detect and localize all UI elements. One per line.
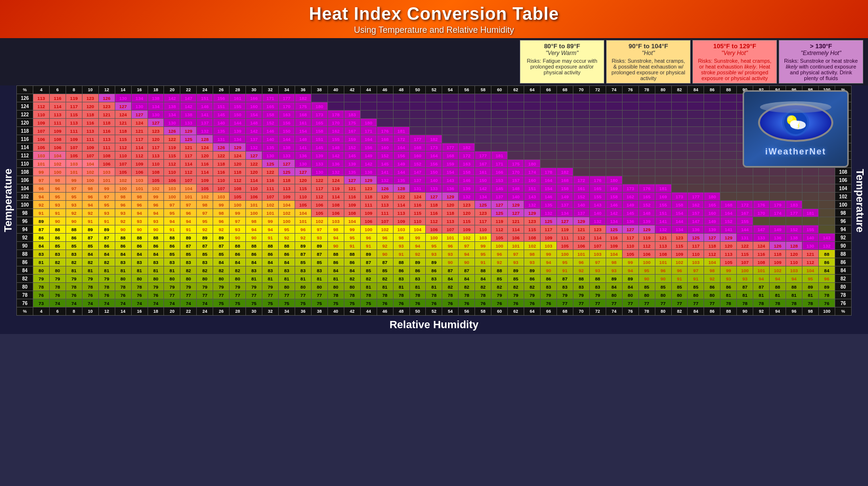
cell-118-50 [409, 127, 426, 135]
cell-120-24: 137 [197, 119, 213, 127]
cell-126-72 [589, 94, 606, 102]
cell-108-38: 130 [311, 168, 327, 176]
cell-118-52 [426, 127, 442, 135]
cell-116-12: 113 [98, 135, 115, 143]
cell-120-18: 127 [148, 119, 164, 127]
cell-92-100: 143 [818, 234, 835, 242]
temp-label-90: 90 [17, 242, 33, 250]
cell-102-86: 180 [704, 193, 720, 201]
cell-98-26: 98 [213, 209, 230, 217]
cell-108-12: 103 [98, 168, 115, 176]
cell-102-80: 169 [655, 193, 671, 201]
humidity-col-78: 78 [638, 86, 655, 94]
cell-98-80: 151 [655, 209, 671, 217]
cell-102-26: 103 [213, 193, 230, 201]
cell-118-78 [638, 127, 655, 135]
cell-92-44: 96 [360, 234, 377, 242]
cell-112-86 [704, 152, 720, 160]
humidity-col-footer-76: 76 [622, 307, 638, 316]
cell-92-50: 99 [409, 234, 426, 242]
cell-98-20: 95 [164, 209, 180, 217]
cell-76-4: 73 [33, 299, 49, 307]
cell-94-32: 94 [262, 225, 279, 234]
cell-118-22: 129 [180, 127, 197, 135]
humidity-col-footer-18: 18 [148, 307, 164, 316]
cell-120-72 [589, 119, 606, 127]
cell-76-78: 77 [638, 299, 655, 307]
cell-122-68 [556, 111, 573, 119]
cell-90-78: 112 [638, 242, 655, 250]
temp-label-110: 110 [17, 160, 33, 168]
cell-102-92 [753, 193, 770, 201]
cell-106-44: 129 [360, 176, 377, 184]
cell-84-76: 94 [622, 266, 638, 275]
cell-100-44: 111 [360, 201, 377, 209]
cell-122-72 [589, 111, 606, 119]
temp-label-right-92: 92 [835, 234, 851, 242]
cell-106-96 [786, 176, 802, 184]
cell-94-74: 125 [606, 225, 622, 234]
cell-110-46: 145 [377, 160, 393, 168]
humidity-col-4: 4 [33, 86, 49, 94]
cell-96-8: 90 [66, 217, 82, 225]
cell-76-24: 74 [197, 299, 213, 307]
cell-126-48 [393, 94, 409, 102]
cell-102-16: 98 [131, 193, 148, 201]
cell-90-38: 89 [311, 242, 327, 250]
humidity-col-28: 28 [230, 86, 246, 94]
cell-122-52 [426, 111, 442, 119]
humidity-col-70: 70 [573, 86, 589, 94]
cell-102-20: 100 [164, 193, 180, 201]
cell-100-6: 93 [49, 201, 66, 209]
cell-120-64 [524, 119, 541, 127]
humidity-col-46: 46 [377, 86, 393, 94]
humidity-col-86: 86 [704, 86, 720, 94]
cell-122-54 [442, 111, 459, 119]
cell-88-78: 106 [638, 250, 655, 258]
cell-86-48: 88 [393, 258, 409, 266]
cell-82-6: 79 [49, 275, 66, 283]
cell-98-46: 111 [377, 209, 393, 217]
cell-102-62: 140 [508, 193, 524, 201]
cell-124-6: 114 [49, 102, 66, 111]
cell-110-42: 139 [344, 160, 360, 168]
cell-92-78: 119 [638, 234, 655, 242]
cell-116-64 [524, 135, 541, 143]
cell-112-56: 172 [459, 152, 475, 160]
cell-82-4: 79 [33, 275, 49, 283]
cell-92-32: 91 [262, 234, 279, 242]
cell-78-58: 78 [475, 291, 491, 299]
cell-102-84: 177 [688, 193, 704, 201]
cell-98-14: 93 [115, 209, 131, 217]
cell-76-40: 75 [327, 299, 344, 307]
cell-78-16: 76 [131, 291, 148, 299]
logo-eye [757, 101, 834, 144]
temp-label-102: 102 [17, 193, 33, 201]
cell-100-62: 129 [508, 201, 524, 209]
temp-label-78: 78 [17, 291, 33, 299]
cell-124-72 [589, 102, 606, 111]
cell-126-4: 113 [33, 94, 49, 102]
cell-86-78: 100 [638, 258, 655, 266]
cell-104-98 [802, 184, 819, 193]
cell-92-22: 89 [180, 234, 197, 242]
humidity-col-60: 60 [491, 86, 508, 94]
cell-76-10: 74 [82, 299, 98, 307]
cell-84-88: 99 [720, 266, 737, 275]
cell-82-60: 85 [491, 275, 508, 283]
humidity-col-76: 76 [622, 86, 638, 94]
cell-86-18: 83 [148, 258, 164, 266]
cell-104-58: 142 [475, 184, 491, 193]
cell-102-36: 110 [295, 193, 311, 201]
cell-82-82: 91 [671, 275, 688, 283]
cell-92-34: 92 [279, 234, 295, 242]
cell-100-12: 95 [98, 201, 115, 209]
cell-112-22: 117 [180, 152, 197, 160]
cell-124-54 [442, 102, 459, 111]
cell-118-18: 123 [148, 127, 164, 135]
cell-82-56: 84 [459, 275, 475, 283]
cell-100-34: 104 [279, 201, 295, 209]
cell-88-22: 85 [180, 250, 197, 258]
cell-98-36: 104 [295, 209, 311, 217]
percent-footer-right: % [835, 307, 851, 316]
